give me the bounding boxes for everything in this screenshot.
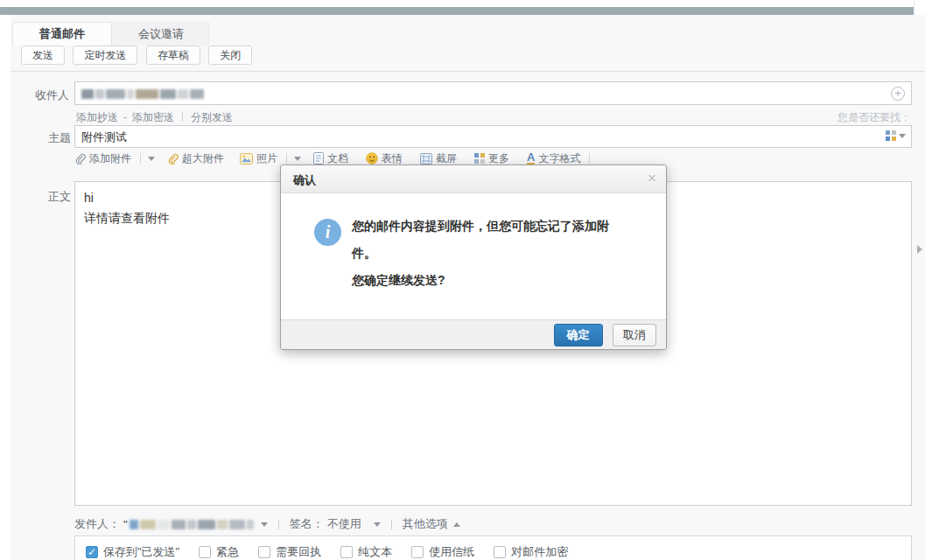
- dialog-message-text: 您的邮件内容提到附件，但您可能忘记了添加附件。: [352, 213, 620, 267]
- option-label: 需要回执: [276, 544, 321, 560]
- body-label: 正文: [48, 189, 71, 205]
- dialog-question-text: 您确定继续发送?: [352, 267, 620, 294]
- document-label: 文档: [327, 151, 348, 166]
- option-plain-text[interactable]: 纯文本: [340, 544, 392, 560]
- checkbox-icon[interactable]: [199, 546, 211, 558]
- chevron-down-icon[interactable]: [899, 134, 906, 138]
- checkbox-checked-icon[interactable]: [86, 546, 98, 558]
- redacted-recipient-address: [81, 89, 204, 99]
- dialog-footer: 确定 取消: [281, 319, 666, 349]
- signature-label: 签名：: [290, 516, 324, 532]
- search-suggestion-hint: 您是否还要找：: [837, 110, 911, 125]
- option-stationery[interactable]: 使用信纸: [411, 544, 474, 560]
- add-attachment-label: 添加附件: [89, 151, 131, 166]
- more-button[interactable]: 更多: [474, 151, 509, 166]
- subject-label: 主题: [48, 130, 71, 146]
- dialog-body: i 您的邮件内容提到附件，但您可能忘记了添加附件。 您确定继续发送?: [281, 193, 666, 320]
- redacted-sender-address: [130, 520, 254, 529]
- add-cc-link[interactable]: 添加抄送: [76, 111, 118, 123]
- subject-value: 附件测试: [81, 130, 127, 144]
- signature-dropdown-icon[interactable]: [374, 522, 381, 527]
- checkbox-icon[interactable]: [340, 546, 353, 558]
- sender-quote: ": [123, 518, 128, 531]
- separator: [391, 520, 392, 529]
- option-label: 纯文本: [358, 544, 392, 560]
- option-urgent[interactable]: 紧急: [199, 544, 239, 560]
- option-label: 保存到"已发送": [103, 544, 179, 560]
- option-save-to-sent[interactable]: 保存到"已发送": [86, 544, 179, 560]
- separator: -: [123, 111, 127, 123]
- save-draft-button[interactable]: 存草稿: [146, 46, 200, 65]
- mail-options-row: 保存到"已发送" 紧急 需要回执 纯文本 使用信纸 对邮件加密: [86, 544, 587, 560]
- separator: [589, 153, 590, 164]
- chevron-down-icon[interactable]: [294, 157, 301, 161]
- info-icon: i: [314, 219, 341, 246]
- screenshot-label: 截屏: [436, 151, 457, 166]
- close-icon[interactable]: ×: [648, 170, 656, 187]
- option-encrypt[interactable]: 对邮件加密: [494, 544, 568, 560]
- checkbox-icon[interactable]: [494, 546, 506, 558]
- add-contact-icon[interactable]: +: [891, 87, 905, 101]
- photo-icon: [240, 153, 253, 164]
- document-icon: [313, 152, 324, 164]
- separator: [182, 112, 183, 122]
- screenshot-button[interactable]: 截屏: [420, 151, 457, 166]
- toolbar-divider: [11, 71, 925, 72]
- text-format-icon: A: [527, 152, 535, 164]
- tab-meeting-invite[interactable]: 会议邀请: [113, 22, 209, 46]
- tab-normal-mail[interactable]: 普通邮件: [12, 22, 112, 46]
- screenshot-icon: [420, 153, 432, 164]
- document-button[interactable]: 文档: [313, 151, 348, 166]
- separator: [278, 520, 279, 529]
- checkbox-icon[interactable]: [258, 546, 270, 558]
- compose-toolbar: 发送 定时发送 存草稿 关闭: [21, 46, 256, 65]
- confirm-cancel-button[interactable]: 取消: [613, 324, 656, 346]
- compose-mail-window: 普通邮件 会议邀请 发送 定时发送 存草稿 关闭 收件人 + 添加抄送-添加密送…: [0, 0, 925, 560]
- recipient-input[interactable]: +: [74, 81, 912, 105]
- option-receipt[interactable]: 需要回执: [258, 544, 321, 560]
- send-button[interactable]: 发送: [21, 46, 65, 65]
- chevron-up-icon[interactable]: [453, 522, 460, 527]
- separator: [286, 153, 287, 164]
- sender-row: 发件人： " 签名： 不使用 其他选项: [74, 516, 460, 532]
- large-attachment-label: 超大附件: [182, 151, 224, 166]
- sender-label: 发件人：: [74, 516, 120, 532]
- option-label: 对邮件加密: [511, 544, 568, 560]
- cc-bcc-links: 添加抄送-添加密送分别发送: [74, 110, 235, 125]
- option-label: 紧急: [216, 544, 239, 560]
- grid-icon: [474, 153, 485, 164]
- send-separately-link[interactable]: 分别发送: [191, 111, 233, 123]
- dialog-header: 确认 ×: [281, 165, 666, 193]
- confirm-dialog: 确认 × i 您的邮件内容提到附件，但您可能忘记了添加附件。 您确定继续发送? …: [280, 164, 667, 350]
- paperclip-gold-icon: [167, 153, 179, 164]
- emoji-button[interactable]: 表情: [366, 151, 403, 166]
- other-options-panel: 保存到"已发送" 紧急 需要回执 纯文本 使用信纸 对邮件加密: [74, 536, 912, 560]
- photo-label: 照片: [256, 151, 277, 166]
- dialog-title: 确认: [293, 172, 316, 188]
- subject-template-icon[interactable]: [886, 130, 896, 141]
- more-label: 更多: [488, 151, 509, 166]
- smiley-icon: [366, 152, 378, 164]
- other-options-link[interactable]: 其他选项: [403, 516, 448, 532]
- photo-button[interactable]: 照片: [240, 151, 277, 166]
- add-bcc-link[interactable]: 添加密送: [132, 111, 174, 123]
- close-button[interactable]: 关闭: [208, 46, 252, 65]
- emoji-label: 表情: [382, 151, 403, 166]
- expand-panel-icon[interactable]: [917, 245, 922, 254]
- signature-value: 不使用: [327, 516, 361, 532]
- recipient-label: 收件人: [35, 88, 69, 103]
- chevron-down-icon[interactable]: [148, 157, 155, 161]
- add-attachment-button[interactable]: 添加附件: [74, 151, 131, 166]
- option-label: 使用信纸: [429, 544, 474, 560]
- top-decor-bar: [0, 7, 914, 15]
- text-format-label: 文字格式: [538, 151, 580, 166]
- subject-input[interactable]: 附件测试: [74, 125, 912, 148]
- checkbox-icon[interactable]: [411, 546, 424, 558]
- text-format-button[interactable]: A 文字格式: [527, 151, 580, 166]
- large-attachment-button[interactable]: 超大附件: [167, 151, 224, 166]
- paperclip-icon: [74, 153, 86, 164]
- confirm-ok-button[interactable]: 确定: [554, 324, 603, 346]
- sender-dropdown-icon[interactable]: [261, 522, 268, 527]
- separator: [140, 153, 141, 164]
- scheduled-send-button[interactable]: 定时发送: [73, 46, 137, 65]
